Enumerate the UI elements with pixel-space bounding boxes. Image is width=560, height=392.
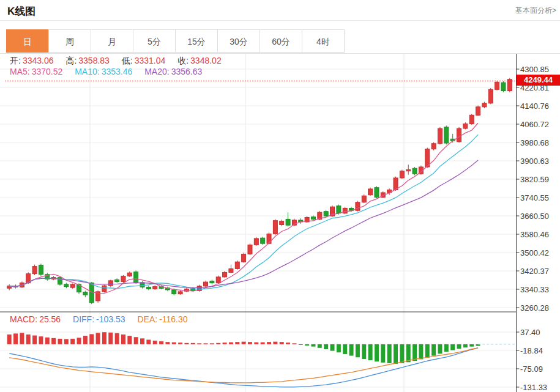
close-value: 3348.02: [190, 56, 222, 65]
svg-text:3420.37: 3420.37: [520, 267, 549, 276]
svg-text:-18.84: -18.84: [520, 346, 543, 355]
open-value: 3343.06: [23, 56, 54, 65]
ma5-label: MA5:: [10, 67, 30, 76]
candles: [7, 78, 512, 305]
macd-histogram: [7, 332, 480, 364]
low-label: 低:: [122, 56, 133, 65]
kline-widget: K线图 基本面分析> 日 周 月 5分 15分 30分 60分 4时 4300.…: [0, 0, 560, 392]
svg-text:3500.42: 3500.42: [520, 248, 549, 257]
ma10-value: 3353.46: [102, 67, 133, 76]
high-value: 3358.83: [78, 56, 110, 65]
macd-label: MACD:: [10, 314, 37, 324]
ma20-label: MA20:: [144, 67, 169, 76]
ma20-value: 3356.63: [171, 67, 203, 76]
svg-text:-131.33: -131.33: [520, 383, 547, 392]
svg-text:3820.59: 3820.59: [520, 175, 549, 184]
close-label: 收:: [177, 56, 189, 65]
svg-text:3740.55: 3740.55: [520, 193, 549, 202]
tab-30min[interactable]: 30分: [217, 29, 260, 53]
widget-header: K线图 基本面分析>: [0, 0, 560, 21]
ma10-label: MA10:: [75, 67, 99, 76]
svg-text:4060.72: 4060.72: [520, 120, 549, 129]
tab-5min[interactable]: 5分: [133, 29, 176, 53]
svg-text:3980.68: 3980.68: [520, 138, 549, 147]
svg-text:4300.85: 4300.85: [520, 65, 549, 74]
svg-text:3340.33: 3340.33: [520, 285, 549, 294]
svg-text:3660.50: 3660.50: [520, 212, 549, 221]
ma-info-row: MA5:3370.52 MA10:3353.46 MA20:3356.63: [10, 67, 212, 76]
diff-value: -103.53: [96, 314, 125, 324]
page-title: K线图: [7, 4, 35, 18]
fundamental-analysis-link[interactable]: 基本面分析>: [515, 6, 556, 16]
svg-text:3900.63: 3900.63: [520, 157, 549, 166]
tab-daily[interactable]: 日: [6, 29, 49, 53]
interval-tabs: 日 周 月 5分 15分 30分 60分 4时: [6, 29, 345, 53]
open-label: 开:: [10, 56, 21, 65]
ohlc-info-row: 开:3343.06 高:3358.83 低:3331.04 收:3348.02: [10, 56, 231, 67]
kline-chart[interactable]: 4300.854220.814140.764060.723980.683900.…: [0, 54, 560, 392]
tab-15min[interactable]: 15分: [175, 29, 218, 53]
dea-value: -116.30: [159, 314, 187, 324]
svg-text:4140.76: 4140.76: [520, 102, 549, 111]
ma-lines: [9, 123, 478, 294]
y-axis: 4300.854220.814140.764060.723980.683900.…: [517, 54, 550, 392]
macd-info-row: MACD:25.56 DIFF:-103.53 DEA:-116.30: [10, 314, 198, 324]
tab-weekly[interactable]: 周: [48, 29, 91, 53]
current-price-tag: 4249.44: [517, 75, 560, 86]
tab-monthly[interactable]: 月: [91, 29, 133, 53]
low-value: 3331.04: [135, 56, 166, 65]
high-label: 高:: [65, 56, 77, 65]
svg-text:37.40: 37.40: [520, 328, 540, 337]
dea-label: DEA:: [137, 314, 157, 324]
tab-4hour[interactable]: 4时: [302, 29, 345, 53]
macd-value: 25.56: [39, 314, 61, 324]
tab-60min[interactable]: 60分: [259, 29, 302, 53]
svg-text:3580.46: 3580.46: [520, 230, 549, 239]
svg-text:3260.28: 3260.28: [520, 303, 549, 312]
diff-label: DIFF:: [73, 314, 94, 324]
ma5-value: 3370.52: [32, 67, 63, 76]
svg-text:-75.09: -75.09: [520, 364, 543, 374]
